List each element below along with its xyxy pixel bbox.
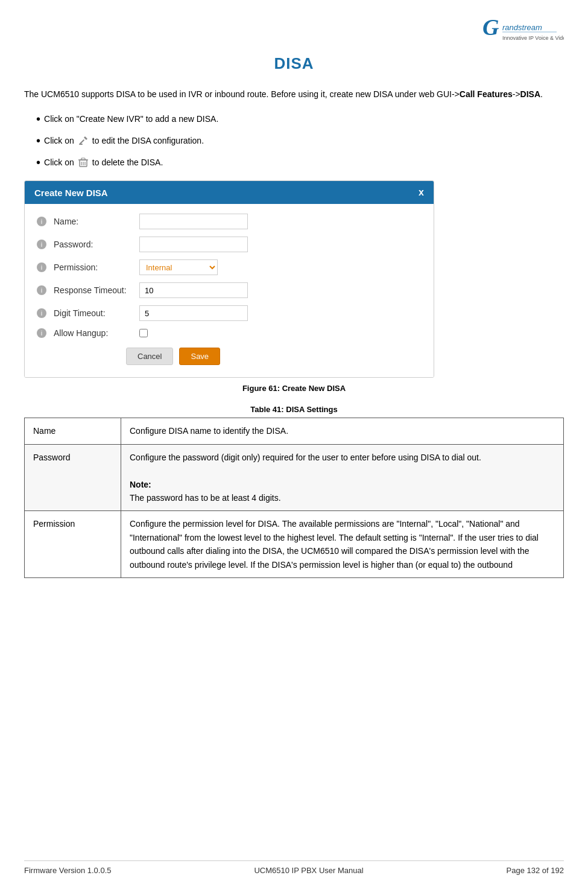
- footer-page: Page 132 of 192: [507, 866, 564, 875]
- bullet-item-1: Click on "Create New IVR" to add a new D…: [36, 113, 564, 125]
- bullet-1-text: Click on "Create New IVR" to add a new D…: [44, 114, 218, 124]
- response-timeout-input[interactable]: [139, 282, 248, 298]
- digit-timeout-input[interactable]: [139, 305, 248, 321]
- password-input[interactable]: [139, 237, 248, 252]
- save-button[interactable]: Save: [179, 348, 220, 365]
- digit-timeout-label: Digit Timeout:: [54, 308, 132, 318]
- page-footer: Firmware Version 1.0.0.5 UCM6510 IP PBX …: [24, 860, 564, 875]
- form-row-digit-timeout: i Digit Timeout:: [37, 305, 422, 321]
- bullet-3-text-after: to delete the DISA.: [92, 157, 163, 167]
- allow-hangup-info-icon: i: [37, 328, 46, 338]
- modal-close-button[interactable]: x: [419, 187, 424, 198]
- table-caption: Table 41: DISA Settings: [24, 405, 564, 414]
- password-info-icon: i: [37, 240, 46, 249]
- svg-marker-5: [84, 136, 87, 140]
- bullet-item-2: Click on to edit the DISA configuration.: [36, 135, 564, 147]
- delete-icon: [78, 157, 89, 168]
- digit-timeout-info-icon: i: [37, 308, 46, 318]
- response-timeout-info-icon: i: [37, 285, 46, 295]
- permission-info-icon: i: [37, 262, 46, 272]
- bullet-item-3: Click on to delete the DISA.: [36, 156, 564, 168]
- table-row-name: Name Configure DISA name to identify the…: [25, 418, 564, 444]
- svg-text:Innovative IP Voice & Video: Innovative IP Voice & Video: [502, 35, 564, 41]
- allow-hangup-checkbox[interactable]: [139, 329, 148, 337]
- table-row-permission: Permission Configure the permission leve…: [25, 511, 564, 578]
- bullet-list: Click on "Create New IVR" to add a new D…: [36, 113, 564, 168]
- table-cell-password-label: Password: [25, 444, 121, 511]
- modal-header: Create New DISA x: [25, 181, 434, 204]
- permission-label: Permission:: [54, 262, 132, 272]
- form-row-name: i Name:: [37, 214, 422, 229]
- figure-caption: Figure 61: Create New DISA: [24, 384, 564, 393]
- intro-paragraph: The UCM6510 supports DISA to be used in …: [24, 87, 564, 101]
- form-row-response-timeout: i Response Timeout:: [37, 282, 422, 298]
- table-cell-password-desc: Configure the password (digit only) requ…: [121, 444, 564, 511]
- svg-rect-6: [79, 144, 83, 145]
- logo-area: G randstream Innovative IP Voice & Video: [479, 12, 564, 47]
- table-row-password: Password Configure the password (digit o…: [25, 444, 564, 511]
- bullet-3-text-before: Click on: [44, 157, 74, 167]
- edit-icon: [78, 135, 89, 146]
- create-disa-modal: Create New DISA x i Name: i Password: i …: [24, 180, 434, 378]
- cancel-button[interactable]: Cancel: [126, 348, 173, 365]
- table-cell-permission-desc: Configure the permission level for DISA.…: [121, 511, 564, 578]
- bullet-2-text-after: to edit the DISA configuration.: [92, 136, 204, 145]
- footer-firmware: Firmware Version 1.0.0.5: [24, 866, 112, 875]
- allow-hangup-label: Allow Hangup:: [54, 328, 132, 338]
- footer-manual: UCM6510 IP PBX User Manual: [254, 866, 363, 875]
- intro-text-before: The UCM6510 supports DISA to be used in …: [24, 89, 460, 99]
- intro-bold2: DISA: [520, 89, 540, 99]
- response-timeout-label: Response Timeout:: [54, 285, 132, 295]
- form-row-password: i Password:: [37, 237, 422, 252]
- page-title: DISA: [24, 54, 564, 73]
- form-row-permission: i Permission: Internal Local National In…: [37, 259, 422, 275]
- table-cell-name-label: Name: [25, 418, 121, 444]
- password-label: Password:: [54, 240, 132, 249]
- modal-title: Create New DISA: [34, 188, 108, 198]
- modal-body: i Name: i Password: i Permission: Intern…: [25, 204, 434, 377]
- svg-rect-9: [81, 158, 85, 160]
- bullet-2-text-before: Click on: [44, 136, 74, 145]
- grandstream-logo: G randstream Innovative IP Voice & Video: [479, 12, 564, 45]
- password-note-label: Note:: [130, 480, 151, 489]
- intro-bold1: Call Features: [460, 89, 513, 99]
- name-info-icon: i: [37, 217, 46, 226]
- svg-text:randstream: randstream: [502, 23, 542, 32]
- permission-select[interactable]: Internal Local National International: [139, 259, 218, 275]
- intro-end: .: [540, 89, 543, 99]
- svg-rect-4: [80, 139, 84, 144]
- table-cell-name-desc: Configure DISA name to identify the DISA…: [121, 418, 564, 444]
- settings-table: Name Configure DISA name to identify the…: [24, 418, 564, 578]
- name-input[interactable]: [139, 214, 248, 229]
- table-cell-permission-label: Permission: [25, 511, 121, 578]
- form-row-allow-hangup: i Allow Hangup:: [37, 328, 422, 338]
- intro-arrow: ->: [513, 89, 520, 99]
- modal-buttons: Cancel Save: [37, 348, 422, 365]
- name-label: Name:: [54, 217, 132, 226]
- svg-text:G: G: [482, 14, 499, 40]
